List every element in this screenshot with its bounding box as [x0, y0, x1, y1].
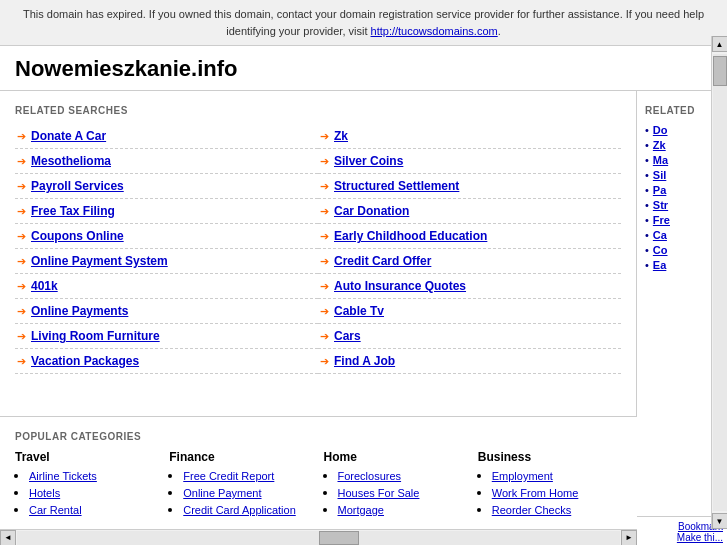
- search-link[interactable]: Online Payments: [31, 304, 128, 318]
- right-related-label: RELATED: [645, 105, 719, 116]
- horizontal-scrollbar: ◄ ►: [0, 529, 637, 545]
- arrow-icon: ➔: [17, 205, 26, 218]
- credit-card-application-link[interactable]: Credit Card Application: [183, 504, 296, 516]
- top-bar: This domain has expired. If you owned th…: [0, 0, 727, 46]
- search-link[interactable]: Structured Settlement: [334, 179, 459, 193]
- bullet-icon: •: [645, 259, 649, 271]
- list-item: ➔ Auto Insurance Quotes: [318, 274, 621, 299]
- popular-categories-label: POPULAR CATEGORIES: [15, 431, 622, 442]
- search-link[interactable]: Coupons Online: [31, 229, 124, 243]
- scroll-track[interactable]: [713, 91, 727, 511]
- search-link[interactable]: Silver Coins: [334, 154, 403, 168]
- arrow-icon: ➔: [17, 280, 26, 293]
- list-item: ➔ Car Donation: [318, 199, 621, 224]
- right-link[interactable]: Str: [653, 199, 668, 211]
- list-item: ➔ Silver Coins: [318, 149, 621, 174]
- search-link[interactable]: Vacation Packages: [31, 354, 139, 368]
- site-title: Nowemieszkanie.info: [15, 56, 712, 82]
- tucows-link[interactable]: http://tucowsdomains.com: [371, 25, 498, 37]
- list-item: ➔ Find A Job: [318, 349, 621, 374]
- list-item: • Ca: [645, 229, 719, 241]
- right-link[interactable]: Fre: [653, 214, 670, 226]
- search-link[interactable]: Free Tax Filing: [31, 204, 115, 218]
- list-item: ➔ Online Payment System: [15, 249, 318, 274]
- bullet-icon: •: [645, 214, 649, 226]
- search-link[interactable]: Early Childhood Education: [334, 229, 487, 243]
- right-link[interactable]: Ca: [653, 229, 667, 241]
- employment-link[interactable]: Employment: [492, 470, 553, 482]
- right-link[interactable]: Pa: [653, 184, 666, 196]
- search-link[interactable]: Cars: [334, 329, 361, 343]
- list-item: • Sil: [645, 169, 719, 181]
- right-link[interactable]: Sil: [653, 169, 666, 181]
- right-panel-wrapper: RELATED • Do • Zk • Ma • Sil: [637, 91, 727, 545]
- arrow-icon: ➔: [17, 230, 26, 243]
- reorder-checks-link[interactable]: Reorder Checks: [492, 504, 571, 516]
- foreclosures-link[interactable]: Foreclosures: [338, 470, 402, 482]
- arrow-icon: ➔: [320, 230, 329, 243]
- car-rental-link[interactable]: Car Rental: [29, 504, 82, 516]
- free-credit-report-link[interactable]: Free Credit Report: [183, 470, 274, 482]
- hotels-link[interactable]: Hotels: [29, 487, 60, 499]
- scroll-left-button[interactable]: ◄: [0, 530, 16, 546]
- bullet-icon: •: [645, 169, 649, 181]
- categories-grid: Travel Airline Tickets Hotels Car Rental…: [15, 450, 622, 519]
- search-link[interactable]: Payroll Services: [31, 179, 124, 193]
- arrow-icon: ➔: [320, 180, 329, 193]
- search-link[interactable]: Donate A Car: [31, 129, 106, 143]
- list-item: ➔ Zk: [318, 124, 621, 149]
- list-item: • Do: [645, 124, 719, 136]
- make-home-link[interactable]: Make thi...: [641, 532, 723, 543]
- search-link[interactable]: Car Donation: [334, 204, 409, 218]
- search-link[interactable]: Zk: [334, 129, 348, 143]
- finance-column: Finance Free Credit Report Online Paymen…: [169, 450, 313, 519]
- search-link[interactable]: Find A Job: [334, 354, 395, 368]
- list-item: ➔ Coupons Online: [15, 224, 318, 249]
- list-item: ➔ Structured Settlement: [318, 174, 621, 199]
- list-item: ➔ Donate A Car: [15, 124, 318, 149]
- main-content: RELATED SEARCHES ➔ Donate A Car ➔ Mesoth…: [0, 91, 637, 416]
- arrow-icon: ➔: [17, 180, 26, 193]
- houses-for-sale-link[interactable]: Houses For Sale: [338, 487, 420, 499]
- arrow-icon: ➔: [320, 155, 329, 168]
- scroll-down-button[interactable]: ▼: [712, 513, 728, 529]
- h-scroll-track[interactable]: [17, 531, 620, 545]
- arrow-icon: ➔: [320, 280, 329, 293]
- work-from-home-link[interactable]: Work From Home: [492, 487, 579, 499]
- finance-heading: Finance: [169, 450, 313, 464]
- h-scroll-thumb[interactable]: [319, 531, 359, 545]
- bullet-icon: •: [645, 184, 649, 196]
- mortgage-link[interactable]: Mortgage: [338, 504, 384, 516]
- right-link[interactable]: Ea: [653, 259, 666, 271]
- online-payment-link[interactable]: Online Payment: [183, 487, 261, 499]
- list-item: • Str: [645, 199, 719, 211]
- arrow-icon: ➔: [17, 155, 26, 168]
- list-item: • Ma: [645, 154, 719, 166]
- search-link[interactable]: Cable Tv: [334, 304, 384, 318]
- scroll-right-button[interactable]: ►: [621, 530, 637, 546]
- travel-heading: Travel: [15, 450, 159, 464]
- site-title-bar: Nowemieszkanie.info: [0, 46, 727, 91]
- list-item: • Fre: [645, 214, 719, 226]
- left-column: ➔ Donate A Car ➔ Mesothelioma ➔ Payroll …: [15, 124, 318, 374]
- right-link[interactable]: Co: [653, 244, 668, 256]
- popular-categories-section: POPULAR CATEGORIES Travel Airline Ticket…: [0, 416, 637, 529]
- list-item: ➔ Living Room Furniture: [15, 324, 318, 349]
- right-link[interactable]: Zk: [653, 139, 666, 151]
- search-link[interactable]: Mesothelioma: [31, 154, 111, 168]
- right-link[interactable]: Ma: [653, 154, 668, 166]
- search-link[interactable]: Auto Insurance Quotes: [334, 279, 466, 293]
- bullet-icon: •: [645, 229, 649, 241]
- search-link[interactable]: Online Payment System: [31, 254, 168, 268]
- airline-tickets-link[interactable]: Airline Tickets: [29, 470, 97, 482]
- search-link[interactable]: 401k: [31, 279, 58, 293]
- search-link[interactable]: Credit Card Offer: [334, 254, 431, 268]
- right-link[interactable]: Do: [653, 124, 668, 136]
- related-searches-grid: ➔ Donate A Car ➔ Mesothelioma ➔ Payroll …: [15, 124, 621, 374]
- content-area: RELATED SEARCHES ➔ Donate A Car ➔ Mesoth…: [0, 91, 727, 545]
- list-item: ➔ 401k: [15, 274, 318, 299]
- list-item: ➔ Free Tax Filing: [15, 199, 318, 224]
- arrow-icon: ➔: [17, 130, 26, 143]
- search-link[interactable]: Living Room Furniture: [31, 329, 160, 343]
- bullet-icon: •: [645, 199, 649, 211]
